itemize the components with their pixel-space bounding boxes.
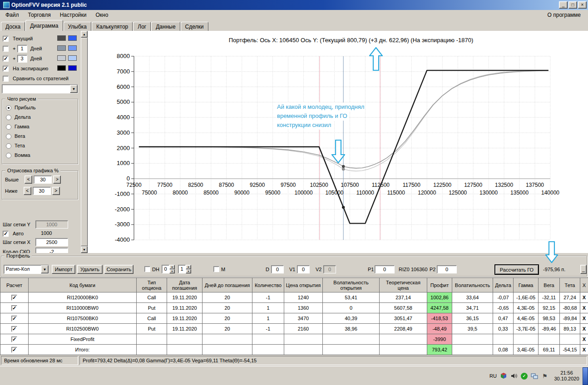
scroll-down-icon[interactable]: ▼: [81, 246, 88, 253]
minimize-button[interactable]: _: [559, 1, 568, 9]
draw-option-Прибыль[interactable]: Прибыль: [2, 103, 78, 112]
column-Код бумаги[interactable]: Код бумаги: [29, 278, 137, 292]
row-delete-button[interactable]: X: [580, 313, 588, 324]
row-calc-checkbox[interactable]: ✓: [11, 326, 17, 332]
calculate-go-button[interactable]: Рассчитать ГО: [495, 265, 539, 274]
maximize-button[interactable]: □: [568, 1, 577, 9]
import-button[interactable]: Импорт: [52, 265, 75, 274]
draw-option-Тета[interactable]: Тета: [2, 141, 78, 151]
dh-spinner-1-value[interactable]: 0: [162, 265, 169, 273]
p2-input[interactable]: 0: [437, 265, 457, 273]
above-percent-input[interactable]: [34, 175, 52, 184]
column-Волатильность[interactable]: Волатильность: [452, 278, 493, 292]
column-Количество[interactable]: Количество: [252, 278, 284, 292]
panel-scrollbar[interactable]: ▲ ▼: [81, 31, 88, 253]
column-Тета[interactable]: Тета: [560, 278, 580, 292]
plus1-checkbox[interactable]: [3, 46, 9, 52]
volume-icon[interactable]: [510, 372, 518, 380]
column-Вега[interactable]: Вега: [539, 278, 560, 292]
tab-Данные[interactable]: Данные: [151, 22, 180, 31]
row-delete-button[interactable]: X: [580, 324, 588, 334]
strategy-compare-select[interactable]: ▼: [2, 84, 78, 93]
column-Волатильность открытия[interactable]: Волатильность открытия: [323, 278, 380, 292]
menu-item-Окно[interactable]: Окно: [91, 10, 113, 19]
below-percent-input[interactable]: [33, 187, 51, 195]
spin-up-icon[interactable]: ▲: [169, 265, 175, 269]
expiration-color-swatch-1[interactable]: [57, 65, 66, 71]
below-increase-button[interactable]: >: [52, 187, 60, 195]
spin-up-icon[interactable]: ▲: [186, 265, 191, 269]
column-Профит[interactable]: Профит: [427, 278, 452, 292]
chevron-down-icon[interactable]: ▼: [70, 85, 78, 93]
expiration-color-swatch-2[interactable]: [68, 65, 77, 71]
row-calc-checkbox[interactable]: ✓: [11, 305, 17, 311]
strategy-select[interactable]: Ратио-Кол ▼: [4, 265, 49, 274]
current-color-swatch-1[interactable]: [57, 35, 66, 41]
column-Теоретическая цена[interactable]: Теоретическая цена: [380, 278, 427, 292]
plus3-color-swatch-1[interactable]: [57, 55, 66, 61]
chevron-down-icon[interactable]: ▼: [41, 265, 49, 273]
save-button[interactable]: Сохранить: [104, 265, 133, 274]
row-calc-checkbox[interactable]: ✓: [11, 336, 17, 342]
delete-button[interactable]: Удалить: [77, 265, 103, 274]
menu-item-Торговля[interactable]: Торговля: [24, 10, 55, 19]
expiration-checkbox[interactable]: ✓: [3, 66, 9, 72]
menu-item-Настройки[interactable]: Настройки: [55, 10, 91, 19]
spin-down-icon[interactable]: ▼: [169, 269, 175, 274]
plus1-color-swatch-1[interactable]: [57, 45, 66, 51]
taskbar-clock[interactable]: 21:56 30.10.2020: [552, 370, 582, 382]
current-color-swatch-2[interactable]: [68, 35, 77, 41]
scrollbar-thumb[interactable]: [81, 38, 88, 246]
m-checkbox[interactable]: [213, 266, 219, 272]
sko-input[interactable]: [35, 248, 68, 253]
tab-Доска[interactable]: Доска: [1, 22, 25, 31]
row-delete-button[interactable]: X: [580, 292, 588, 303]
column-Гамма[interactable]: Гамма: [514, 278, 539, 292]
dh-checkbox[interactable]: [144, 266, 150, 272]
update-check-icon[interactable]: ✓: [521, 373, 528, 380]
draw-option-Вомма[interactable]: Вомма: [2, 151, 78, 160]
cube-icon[interactable]: [500, 372, 507, 380]
desktop-strip[interactable]: [583, 367, 588, 385]
compare-strategy-checkbox[interactable]: [3, 76, 9, 82]
row-calc-checkbox[interactable]: ✓: [11, 316, 17, 322]
menu-about[interactable]: О программе: [541, 10, 587, 19]
tab-Сделки[interactable]: Сделки: [181, 22, 208, 31]
current-checkbox[interactable]: ✓: [3, 36, 9, 42]
dh-spinner-2-value[interactable]: 1: [178, 265, 186, 273]
column-Дельта[interactable]: Дельта: [493, 278, 514, 292]
plus3-days-input[interactable]: [17, 55, 27, 63]
below-decrease-button[interactable]: <: [24, 187, 31, 195]
draw-option-Дельта[interactable]: Дельта: [2, 112, 78, 122]
language-indicator[interactable]: RU: [489, 373, 497, 379]
column-Расчет[interactable]: Расчет: [0, 278, 29, 292]
menu-item-Файл[interactable]: Файл: [1, 10, 24, 19]
network-icon[interactable]: [531, 372, 538, 380]
column-Тип опциона[interactable]: Тип опциона: [137, 278, 167, 292]
scroll-up-icon[interactable]: ▲: [81, 31, 88, 38]
plus3-color-swatch-2[interactable]: [68, 55, 77, 61]
plus1-color-swatch-2[interactable]: [68, 45, 77, 51]
close-button[interactable]: ×: [578, 1, 587, 9]
column-Дней до погашения[interactable]: Дней до погашения: [203, 278, 252, 292]
tab-Лог[interactable]: Лог: [133, 22, 151, 31]
grid-y-input[interactable]: [35, 220, 68, 229]
p1-input[interactable]: 0: [375, 265, 395, 273]
d-input[interactable]: 0: [271, 265, 284, 273]
row-delete-button[interactable]: X: [580, 345, 588, 355]
auto-checkbox[interactable]: ✓: [3, 231, 9, 237]
tab-Калькулятор[interactable]: Калькулятор: [92, 22, 133, 31]
v1-input[interactable]: 0: [297, 265, 310, 273]
flag-icon[interactable]: ⚑: [541, 372, 548, 380]
column-Цена открытия[interactable]: Цена открытия: [284, 278, 323, 292]
column-X[interactable]: X: [580, 278, 588, 292]
above-decrease-button[interactable]: <: [25, 175, 32, 184]
tab-Улыбка[interactable]: Улыбка: [64, 22, 92, 31]
v2-input[interactable]: 0: [323, 265, 336, 273]
row-calc-checkbox[interactable]: ✓: [11, 347, 17, 353]
grid-x-input[interactable]: [35, 238, 68, 246]
draw-option-Гамма[interactable]: Гамма: [2, 122, 78, 132]
row-delete-button[interactable]: X: [580, 303, 588, 313]
spin-down-icon[interactable]: ▼: [186, 269, 191, 274]
column-Дата погашения[interactable]: Дата погашения: [167, 278, 203, 292]
